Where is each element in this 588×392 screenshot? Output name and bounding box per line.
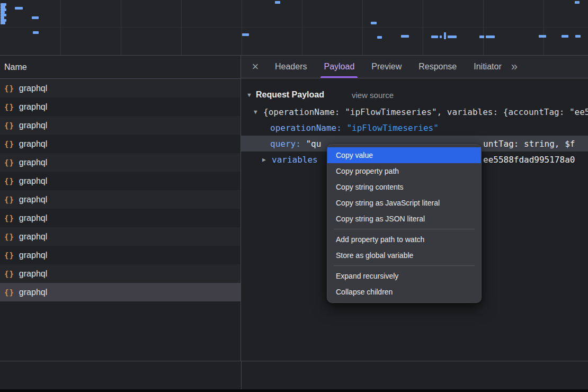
name-column-header[interactable]: Name [0, 56, 240, 79]
timeline-request-bar [575, 1, 580, 4]
request-row[interactable]: {}graphql [0, 283, 240, 301]
request-row[interactable]: {}graphql [0, 116, 240, 135]
context-menu-item[interactable]: Store as global variable [327, 247, 481, 263]
tab-response[interactable]: Response [410, 56, 465, 78]
close-icon[interactable]: × [248, 61, 262, 73]
request-name: graphql [19, 176, 47, 186]
network-overview-timeline[interactable] [0, 0, 588, 56]
context-menu-item[interactable]: Copy string as JavaScript literal [327, 195, 481, 211]
operation-name-row[interactable]: operationName:"ipFlowTimeseries" [241, 120, 588, 136]
request-name: graphql [19, 288, 47, 297]
request-name: graphql [19, 139, 47, 149]
section-title: Request Payload [256, 90, 324, 100]
request-name: graphql [19, 213, 47, 223]
timeline-request-bar [377, 36, 382, 39]
request-row[interactable]: {}graphql [0, 172, 240, 190]
tab-preview[interactable]: Preview [363, 56, 410, 78]
tab-headers[interactable]: Headers [266, 56, 315, 78]
json-braces-icon: {} [4, 195, 14, 204]
timeline-gridline [60, 0, 61, 55]
context-menu-item[interactable]: Copy property path [327, 163, 481, 179]
request-row[interactable]: {}graphql [0, 264, 240, 283]
json-braces-icon: {} [4, 121, 14, 130]
request-name: graphql [19, 158, 47, 167]
section-collapse-triangle-icon[interactable]: ▼ [246, 92, 256, 98]
tab-payload[interactable]: Payload [315, 56, 363, 78]
request-payload-section-header[interactable]: ▼ Request Payload view source [241, 86, 588, 104]
request-row[interactable]: {}graphql [0, 246, 240, 264]
request-name: graphql [19, 102, 47, 112]
timeline-request-bar [275, 1, 280, 4]
timeline-gridline [362, 0, 363, 55]
triangle-down-icon[interactable]: ▼ [254, 109, 263, 115]
timeline-request-bar [32, 16, 39, 19]
detail-tabs: HeadersPayloadPreviewResponseInitiator [266, 56, 510, 78]
timeline-divider [0, 27, 588, 28]
json-braces-icon: {} [4, 103, 14, 111]
timeline-request-bar [562, 35, 568, 38]
timeline-request-bar [486, 35, 495, 38]
timeline-request-bar [401, 35, 409, 38]
request-row[interactable]: {}graphql [0, 97, 240, 116]
timeline-request-bar [242, 33, 249, 36]
request-row[interactable]: {}graphql [0, 209, 240, 227]
timeline-request-bar [431, 35, 438, 38]
json-braces-icon: {} [4, 177, 14, 185]
payload-root-row[interactable]: ▼ {operationName: "ipFlowTimeseries", va… [241, 104, 588, 120]
json-braces-icon: {} [4, 270, 14, 278]
timeline-gridline [242, 0, 242, 55]
tab-initiator[interactable]: Initiator [465, 56, 510, 78]
property-value-start: "qu [306, 139, 321, 149]
view-source-link[interactable]: view source [352, 91, 394, 100]
more-tabs-icon[interactable]: » [511, 60, 518, 74]
request-list: {}graphql{}graphql{}graphql{}graphql{}gr… [0, 79, 240, 361]
menu-separator [334, 265, 475, 266]
timeline-request-bar [440, 35, 442, 38]
json-braces-icon: {} [4, 140, 14, 148]
request-row[interactable]: {}graphql [0, 227, 240, 246]
panel-divider[interactable] [241, 361, 242, 389]
timeline-request-bar [371, 22, 377, 24]
property-key: query: [270, 139, 301, 149]
context-menu-item[interactable]: Copy value [327, 147, 481, 163]
network-main-split: Name {}graphql{}graphql{}graphql{}graphq… [0, 56, 588, 361]
context-menu-item[interactable]: Copy string contents [327, 179, 481, 195]
json-braces-icon: {} [4, 251, 14, 260]
request-name: graphql [19, 269, 47, 279]
menu-separator [334, 229, 475, 229]
status-bar [0, 361, 588, 389]
json-braces-icon: {} [4, 158, 14, 167]
window-bottom-edge [0, 389, 588, 392]
property-value-continued: untTag: string, $f [483, 136, 575, 152]
context-menu-item[interactable]: Add property path to watch [327, 231, 481, 247]
detail-tabbar: × HeadersPayloadPreviewResponseInitiator… [241, 56, 588, 78]
timeline-gridline [483, 0, 484, 55]
name-column-label: Name [4, 63, 27, 72]
timeline-request-bar [479, 35, 484, 38]
property-key: variables [272, 155, 318, 165]
property-value-continued: ee5588fdad995178a0 [483, 152, 575, 167]
timeline-request-bar [33, 31, 39, 34]
timeline-request-bar [539, 35, 546, 38]
request-row[interactable]: {}graphql [0, 190, 240, 209]
devtools-window: Name {}graphql{}graphql{}graphql{}graphq… [0, 0, 588, 392]
property-key: operationName: [270, 123, 342, 133]
request-row[interactable]: {}graphql [0, 153, 240, 172]
request-name: graphql [19, 121, 47, 130]
object-preview-text: {operationName: "ipFlowTimeseries", vari… [263, 107, 588, 117]
context-menu-item[interactable]: Expand recursively [327, 268, 481, 284]
context-menu-item[interactable]: Copy string as JSON literal [327, 211, 481, 227]
timeline-request-bar [15, 7, 23, 10]
request-table: Name {}graphql{}graphql{}graphql{}graphq… [0, 56, 241, 361]
triangle-right-icon[interactable]: ▶ [262, 156, 272, 163]
property-value: "ipFlowTimeseries" [346, 123, 438, 133]
json-braces-icon: {} [4, 288, 14, 297]
json-braces-icon: {} [4, 84, 14, 93]
context-menu-item[interactable]: Collapse children [327, 284, 481, 300]
request-row[interactable]: {}graphql [0, 79, 240, 97]
json-braces-icon: {} [4, 214, 14, 222]
request-name: graphql [19, 232, 47, 242]
timeline-request-bar [1, 22, 5, 24]
timeline-gridline [423, 0, 423, 55]
request-row[interactable]: {}graphql [0, 135, 240, 153]
